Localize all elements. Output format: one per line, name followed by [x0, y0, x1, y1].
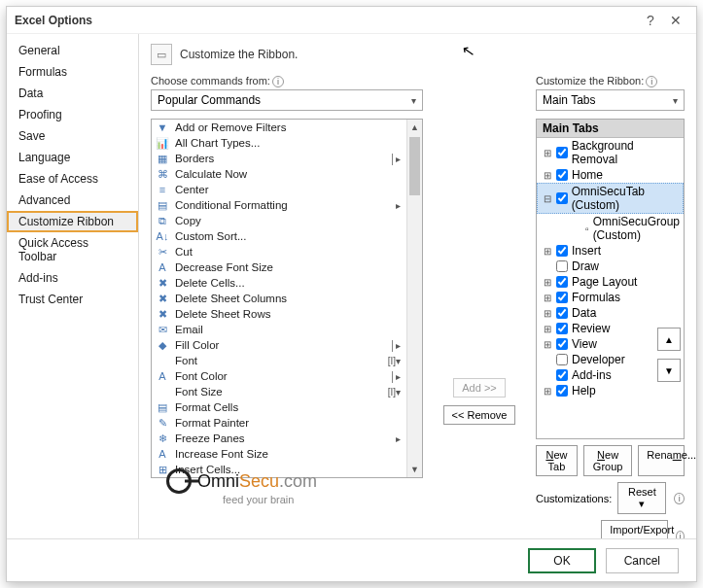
tree-node[interactable]: ⊞Formulas [537, 290, 684, 305]
command-item[interactable]: AFont Color│▸ [152, 368, 422, 384]
sidebar-item-ease-of-access[interactable]: Ease of Access [7, 168, 138, 190]
tree-node[interactable]: Draw [537, 259, 684, 274]
sidebar-item-save[interactable]: Save [7, 125, 138, 147]
tree-label: Data [572, 306, 596, 320]
command-item[interactable]: Font Size[I]▾ [152, 384, 422, 399]
tree-checkbox[interactable] [556, 192, 568, 204]
command-item[interactable]: ≡Center [152, 182, 422, 197]
command-label: Font Size [175, 386, 223, 398]
command-item[interactable]: ▤Format Cells [152, 399, 422, 415]
tree-node[interactable]: ⊞Page Layout [537, 274, 684, 290]
sidebar-item-advanced[interactable]: Advanced [7, 190, 138, 211]
command-item[interactable]: ▦Borders│▸ [152, 151, 422, 166]
command-item[interactable]: ✉Email [152, 322, 422, 337]
tree-node[interactable]: ⊞Background Removal [537, 138, 684, 167]
choose-commands-combo[interactable]: Popular Commands ▾ [151, 89, 423, 111]
expand-icon[interactable]: ⊞ [543, 148, 552, 158]
sidebar-item-add-ins[interactable]: Add-ins [7, 267, 138, 289]
scroll-down-icon[interactable]: ▼ [407, 462, 422, 477]
info-icon[interactable]: i [272, 76, 284, 87]
move-up-button[interactable]: ▲ [657, 328, 681, 351]
expand-icon[interactable]: ⊞ [543, 339, 552, 350]
sidebar-item-customize-ribbon[interactable]: Customize Ribbon [7, 211, 138, 232]
commands-listbox[interactable]: ▲ ▼ ▼Add or Remove Filters📊All Chart Typ… [151, 119, 423, 478]
remove-button[interactable]: << Remove [443, 405, 516, 425]
command-label: Conditional Formatting [175, 199, 288, 211]
command-item[interactable]: ▼Add or Remove Filters [152, 120, 422, 135]
add-button[interactable]: Add >> [453, 378, 505, 398]
command-item[interactable]: ◆Fill Color│▸ [152, 337, 422, 353]
tree-label: Developer [572, 353, 625, 366]
expand-icon[interactable]: ⊞ [543, 386, 552, 397]
scrollbar[interactable]: ▲ ▼ [406, 120, 422, 477]
rename-button[interactable]: Rename... [638, 445, 685, 476]
command-item[interactable]: ✖Delete Sheet Columns [152, 291, 422, 306]
sidebar-item-trust-center[interactable]: Trust Center [7, 289, 138, 310]
expand-icon[interactable]: ⊞ [543, 293, 552, 303]
new-group-button[interactable]: New Group [583, 445, 632, 476]
expand-icon[interactable]: ⊞ [543, 308, 552, 319]
tree-checkbox[interactable] [556, 292, 568, 303]
command-item[interactable]: ❄Freeze Panes▸ [152, 431, 422, 446]
tree-node[interactable]: ⊞Home [537, 167, 684, 183]
tree-node[interactable]: ▫OmniSecuGroup (Custom) [537, 214, 684, 243]
new-tab-button[interactable]: New Tab [536, 445, 578, 476]
tree-checkbox[interactable] [556, 307, 568, 319]
tree-checkbox[interactable] [556, 385, 568, 397]
sidebar-item-general[interactable]: General [7, 40, 138, 61]
expand-icon[interactable]: ⊞ [543, 324, 552, 334]
command-icon: A↓ [156, 229, 169, 243]
command-label: Add or Remove Filters [175, 121, 286, 133]
command-item[interactable]: ⌘Calculate Now [152, 166, 422, 182]
ribbon-tree[interactable]: Main Tabs ⊞Background Removal⊞Home⊟OmniS… [536, 119, 685, 439]
info-icon[interactable]: i [646, 76, 657, 87]
scroll-up-icon[interactable]: ▲ [407, 120, 422, 135]
tree-node[interactable]: ⊞Data [537, 305, 684, 321]
tree-node[interactable]: ⊟OmniSecuTab (Custom) [537, 183, 684, 214]
sidebar-item-quick-access-toolbar[interactable]: Quick Access Toolbar [7, 232, 138, 267]
collapse-icon[interactable]: ⊟ [544, 193, 552, 204]
command-item[interactable]: ✎Format Painter [152, 415, 422, 431]
tree-checkbox[interactable] [556, 354, 568, 365]
help-button[interactable]: ? [638, 11, 663, 30]
close-button[interactable]: ✕ [663, 11, 688, 30]
reset-button[interactable]: Reset ▾ [617, 482, 666, 514]
cancel-button[interactable]: Cancel [606, 548, 679, 573]
ok-button[interactable]: OK [528, 548, 595, 573]
scroll-thumb[interactable] [409, 137, 420, 195]
command-icon: 📊 [156, 136, 169, 150]
expand-icon[interactable]: ⊞ [543, 170, 552, 181]
command-icon: ≡ [156, 183, 169, 196]
tree-checkbox[interactable] [556, 147, 568, 158]
info-icon[interactable]: i [676, 531, 685, 539]
command-item[interactable]: 📊All Chart Types... [152, 135, 422, 151]
expand-icon[interactable]: ⊞ [543, 277, 552, 288]
tree-node[interactable]: ⊞Help [537, 383, 684, 398]
command-item[interactable]: A↓Custom Sort... [152, 228, 422, 244]
command-item[interactable]: AIncrease Font Size [152, 446, 422, 462]
sidebar-item-formulas[interactable]: Formulas [7, 61, 138, 83]
tree-checkbox[interactable] [556, 338, 568, 350]
tree-node[interactable]: ⊞Insert [537, 243, 684, 259]
move-down-button[interactable]: ▼ [657, 359, 681, 382]
sidebar-item-proofing[interactable]: Proofing [7, 104, 138, 125]
customize-ribbon-combo[interactable]: Main Tabs ▾ [536, 89, 685, 111]
tree-checkbox[interactable] [556, 369, 568, 381]
sidebar-item-data[interactable]: Data [7, 83, 138, 104]
command-item[interactable]: ADecrease Font Size [152, 259, 422, 275]
tree-checkbox[interactable] [556, 260, 568, 272]
command-item[interactable]: Font[I]▾ [152, 353, 422, 368]
sidebar-item-language[interactable]: Language [7, 147, 138, 168]
command-item[interactable]: ✂Cut [152, 244, 422, 259]
tree-checkbox[interactable] [556, 245, 568, 257]
command-item[interactable]: ✖Delete Sheet Rows [152, 306, 422, 322]
tree-checkbox[interactable] [556, 323, 568, 334]
command-item[interactable]: ✖Delete Cells... [152, 275, 422, 291]
info-icon[interactable]: i [674, 493, 685, 504]
command-item[interactable]: ⧉Copy [152, 213, 422, 228]
expand-icon[interactable]: ⊞ [543, 246, 552, 257]
command-item[interactable]: ▤Conditional Formatting▸ [152, 197, 422, 213]
tree-checkbox[interactable] [556, 276, 568, 288]
tree-checkbox[interactable] [556, 169, 568, 181]
import-export-button[interactable]: Import/Export ▾ [601, 520, 668, 538]
